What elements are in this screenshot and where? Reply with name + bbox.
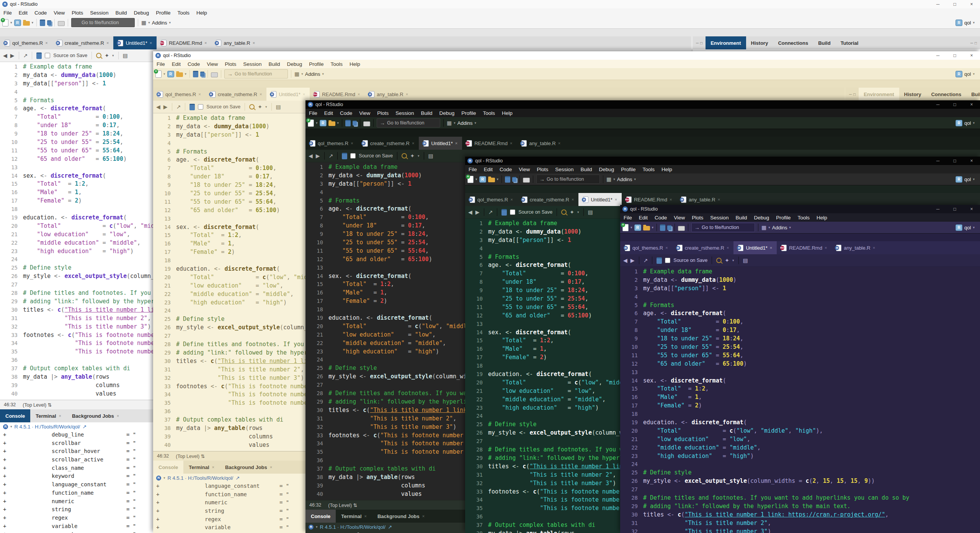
- menu-item-help[interactable]: Help: [498, 109, 516, 117]
- min-pane-icon[interactable]: ─: [970, 41, 973, 45]
- menu-item-help[interactable]: Help: [813, 213, 831, 222]
- maximize-icon[interactable]: □: [946, 0, 963, 8]
- menu-item-session[interactable]: Session: [552, 165, 577, 173]
- close-icon[interactable]: ×: [270, 465, 272, 469]
- menu-item-debug[interactable]: Debug: [130, 8, 152, 17]
- compile-notebook-icon[interactable]: ▤: [123, 53, 128, 58]
- close-icon[interactable]: ×: [412, 141, 414, 146]
- close-icon[interactable]: ×: [117, 414, 119, 418]
- code-tools-icon[interactable]: ✦: [410, 153, 415, 159]
- popout-icon[interactable]: ↗: [23, 53, 28, 58]
- tab-readme-rmd[interactable]: RmdREADME.Rmd×: [777, 241, 831, 254]
- tab-untitled1-[interactable]: RUntitled1*×: [733, 241, 777, 254]
- console-tab-console[interactable]: Console: [305, 510, 336, 523]
- panes-caret-icon[interactable]: ▾: [613, 177, 615, 181]
- find-icon[interactable]: [716, 256, 722, 265]
- code-tools-caret-icon[interactable]: ▾: [418, 154, 420, 158]
- right-tab-tutorial[interactable]: Tutorial: [836, 36, 864, 49]
- new-file-caret-icon[interactable]: ▾: [163, 72, 165, 76]
- addins-menu[interactable]: Addins: [772, 225, 787, 231]
- panes-grid-icon[interactable]: ▦: [606, 177, 611, 182]
- console-tab-background-jobs[interactable]: Background Jobs×: [220, 461, 278, 474]
- addins-caret-icon[interactable]: ▾: [322, 72, 324, 76]
- compile-notebook-icon[interactable]: ▤: [743, 258, 748, 263]
- close-window-icon[interactable]: ×: [963, 100, 980, 109]
- source-save-checkbox[interactable]: [350, 153, 356, 159]
- close-icon[interactable]: ×: [351, 141, 353, 146]
- goto-file-function-input[interactable]: →Go to file/function: [224, 69, 288, 78]
- close-icon[interactable]: ×: [358, 92, 360, 96]
- close-icon[interactable]: ×: [253, 41, 255, 45]
- console-tab-terminal[interactable]: Terminal×: [336, 510, 372, 523]
- right-tab-history[interactable]: History: [899, 88, 926, 101]
- menu-item-help[interactable]: Help: [346, 60, 364, 68]
- minimize-icon[interactable]: ─: [929, 0, 946, 8]
- close-icon[interactable]: ×: [727, 245, 729, 250]
- tab-untitled1-[interactable]: RUntitled1*×: [266, 88, 310, 101]
- save-icon[interactable]: [40, 18, 45, 27]
- back-icon[interactable]: ◀: [3, 53, 7, 58]
- save-icon[interactable]: [345, 118, 351, 128]
- goto-file-function-input[interactable]: →Go to file/function: [536, 175, 600, 184]
- code-tools-icon[interactable]: ✦: [258, 104, 262, 110]
- minimize-icon[interactable]: ─: [929, 100, 946, 109]
- print-icon[interactable]: [363, 118, 370, 128]
- menu-item-edit[interactable]: Edit: [15, 8, 31, 17]
- menu-item-edit[interactable]: Edit: [480, 165, 496, 173]
- close-icon[interactable]: ×: [45, 41, 47, 45]
- close-icon[interactable]: ×: [718, 197, 720, 202]
- open-file-icon[interactable]: [176, 69, 183, 78]
- forward-icon[interactable]: ▶: [316, 153, 320, 159]
- menu-item-profile[interactable]: Profile: [617, 165, 639, 173]
- close-icon[interactable]: ×: [204, 41, 207, 45]
- new-file-icon[interactable]: +: [2, 18, 8, 27]
- menu-item-session[interactable]: Session: [87, 8, 112, 17]
- menu-item-file[interactable]: File: [620, 213, 635, 222]
- menu-item-code[interactable]: Code: [31, 8, 50, 17]
- goto-file-function-input[interactable]: →Go to file/function: [71, 18, 135, 27]
- menu-item-profile[interactable]: Profile: [773, 213, 794, 222]
- open-file-icon[interactable]: [23, 18, 30, 27]
- close-icon[interactable]: ×: [665, 245, 668, 250]
- minimize-icon[interactable]: ─: [929, 157, 946, 165]
- menu-item-session[interactable]: Session: [240, 60, 265, 68]
- close-icon[interactable]: ×: [770, 245, 772, 250]
- right-tab-history[interactable]: History: [746, 36, 773, 49]
- menu-item-build[interactable]: Build: [732, 213, 750, 222]
- goto-file-function-input[interactable]: →Go to file/function: [691, 223, 755, 232]
- console-goto-icon[interactable]: ↗: [82, 424, 87, 430]
- menu-item-edit[interactable]: Edit: [168, 60, 184, 68]
- new-file-icon[interactable]: +: [308, 118, 314, 128]
- close-icon[interactable]: ×: [212, 465, 214, 469]
- scope-selector[interactable]: (Top Level) ⇅: [23, 402, 52, 408]
- console-tab-background-jobs[interactable]: Background Jobs×: [67, 409, 124, 422]
- save-icon[interactable]: [342, 151, 347, 160]
- menu-item-help[interactable]: Help: [193, 8, 211, 17]
- find-icon[interactable]: [402, 151, 407, 160]
- panes-caret-icon[interactable]: ▾: [148, 21, 150, 25]
- close-icon[interactable]: ×: [150, 41, 152, 45]
- panes-caret-icon[interactable]: ▾: [301, 72, 303, 76]
- menu-item-help[interactable]: Help: [658, 165, 676, 173]
- close-icon[interactable]: ×: [670, 197, 672, 202]
- forward-icon[interactable]: ▶: [163, 104, 168, 110]
- save-all-icon[interactable]: [667, 223, 671, 232]
- new-file-caret-icon[interactable]: ▾: [10, 21, 12, 25]
- source-save-checkbox[interactable]: [45, 53, 50, 58]
- console-tab-console[interactable]: Console: [0, 409, 30, 422]
- open-file-icon[interactable]: [643, 223, 650, 232]
- panes-grid-icon[interactable]: ▦: [761, 225, 766, 230]
- menu-item-view[interactable]: View: [515, 165, 533, 173]
- right-tab-build[interactable]: Build: [813, 36, 836, 49]
- menu-item-code[interactable]: Code: [336, 109, 356, 117]
- forward-icon[interactable]: ▶: [630, 258, 635, 263]
- menu-item-build[interactable]: Build: [112, 8, 130, 17]
- menu-item-debug[interactable]: Debug: [436, 109, 458, 117]
- popout-icon[interactable]: ↗: [176, 104, 181, 110]
- tab-readme-rmd[interactable]: RmdREADME.Rmd×: [622, 193, 676, 206]
- menu-item-file[interactable]: File: [465, 165, 480, 173]
- save-all-icon[interactable]: [353, 118, 357, 128]
- new-file-caret-icon[interactable]: ▾: [316, 121, 318, 125]
- menu-item-build[interactable]: Build: [417, 109, 436, 117]
- menu-item-debug[interactable]: Debug: [283, 60, 305, 68]
